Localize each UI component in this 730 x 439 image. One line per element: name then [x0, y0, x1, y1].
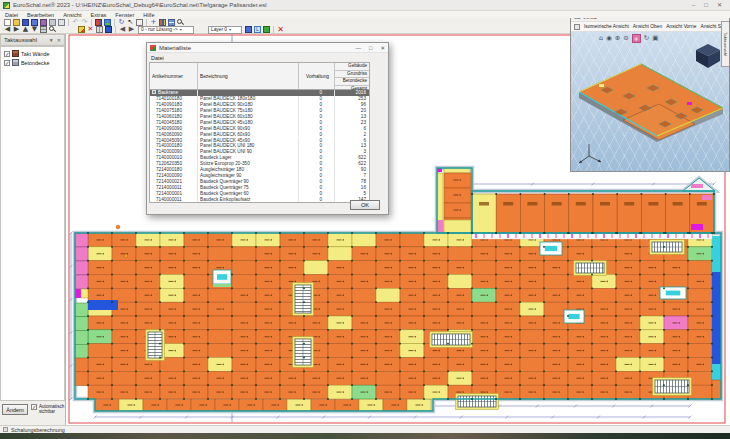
dialog-icon — [150, 45, 156, 51]
tree-item-label: Betondecke — [21, 60, 49, 66]
stairwell — [146, 330, 165, 361]
orbit-icon[interactable]: ◉ — [606, 34, 612, 43]
zoom-window-icon[interactable] — [49, 26, 56, 33]
layer-dropdown[interactable]: Layer 0▾ — [208, 26, 242, 34]
dialog-title: Materialliste — [159, 45, 348, 51]
viewer-menu-ansicht-oben[interactable]: Ansicht Oben — [633, 24, 662, 29]
takt-panel-title: Taktauswahl — [4, 37, 46, 43]
col-bezeichnung[interactable]: Bezeichnung — [198, 63, 299, 89]
scope-label: Gebäude — [335, 63, 369, 71]
col-artikelnummer[interactable]: Artikelnummer — [150, 63, 198, 89]
maximize-icon[interactable]: □ — [704, 0, 708, 11]
arrow-down-icon[interactable]: ▼ — [31, 26, 38, 33]
viewer-menubar: Isometrische AnsichtAnsicht ObenAnsicht … — [571, 22, 729, 32]
arrow-right-icon[interactable]: ▶ — [13, 26, 20, 33]
change-button[interactable]: Ändern — [2, 404, 28, 415]
col-vorhaltung[interactable]: Vorhaltung — [299, 63, 335, 89]
menu-datei[interactable]: Datei — [5, 12, 18, 18]
takt-yellow-icon[interactable] — [78, 26, 85, 33]
viewer-menu-isometrische-ansicht[interactable]: Isometrische Ansicht — [584, 24, 629, 29]
tree-item-takt-w-nde[interactable]: ✓Takt Wände — [1, 49, 64, 58]
undo-icon[interactable]: ↶ — [72, 19, 79, 26]
statusbar: Schalungsberechnung — [0, 425, 730, 433]
material-table-header: Artikelnummer Bezeichnung Vorhaltung Geb… — [150, 63, 369, 90]
menu-ansicht[interactable]: Ansicht — [63, 12, 81, 18]
zoom-icon[interactable] — [177, 19, 184, 26]
application-window: EuroSchal.net® 2023 - U:\HEINZ\EuroSchal… — [0, 0, 730, 439]
takt-tree: ✓Takt Wände✓Betondecke — [0, 46, 65, 401]
move-cross-icon[interactable]: + — [150, 19, 157, 26]
dialog-minimize-icon[interactable]: — — [356, 45, 362, 51]
layer-blue-icon[interactable] — [245, 26, 252, 33]
tree-item-betondecke[interactable]: ✓Betondecke — [1, 58, 64, 67]
menubar: DateiBearbeitenAnsichtExtrasFensterHilfe — [0, 11, 730, 18]
ok-button[interactable]: OK — [350, 200, 380, 210]
stairwell — [293, 337, 314, 368]
viewer-side-tab[interactable]: Taktauswahl — [721, 21, 729, 67]
layer-current-icon[interactable]: L — [254, 26, 261, 33]
layer-visible-icon[interactable] — [263, 26, 270, 33]
print-icon[interactable] — [49, 19, 56, 26]
rotate-icon[interactable]: ↻ — [644, 34, 649, 43]
status-text: Schalungsberechnung — [11, 427, 65, 433]
prev-solution-icon[interactable]: ◀ — [119, 26, 126, 33]
menu-bearbeiten[interactable]: Bearbeiten — [27, 12, 54, 18]
solution-dropdown[interactable]: 0 - nur Lösung ->▾ — [138, 26, 194, 34]
tree-item-label: Takt Wände — [21, 51, 49, 57]
wall-icon — [12, 50, 19, 57]
viewer-grid-icon[interactable] — [574, 24, 580, 30]
menu-fenster[interactable]: Fenster — [115, 12, 134, 18]
print-preview-icon[interactable] — [58, 19, 65, 26]
zoom-in-icon[interactable]: ⊕ — [615, 34, 620, 43]
rect-select-icon[interactable] — [136, 19, 143, 26]
menu-hilfe[interactable]: Hilfe — [143, 12, 154, 18]
zoom-out-icon[interactable]: ⊖ — [623, 34, 628, 43]
viewer-canvas[interactable]: ⌂◉⊕⊖+↻▣ — [571, 32, 729, 171]
pan-icon[interactable]: + — [632, 34, 641, 43]
takt-panel-header[interactable]: Taktauswahl ▼ ✕ — [0, 34, 65, 46]
takt-panel-footer: Ändern ✓ Automatisch sichtbar — [0, 401, 65, 425]
dialog-maximize-icon[interactable]: □ — [369, 45, 372, 51]
panel-grid[interactable] — [75, 233, 721, 411]
chart-icon[interactable] — [104, 19, 111, 26]
pan-grid-icon[interactable] — [40, 26, 47, 33]
grid-plain-icon[interactable] — [96, 26, 103, 33]
menu-extras[interactable]: Extras — [90, 12, 106, 18]
checkbox[interactable]: ✓ — [4, 60, 10, 66]
upper-wing-panels[interactable] — [472, 178, 715, 233]
deck-blue-icon[interactable] — [105, 26, 112, 33]
scope-label: Betondecke — [335, 78, 369, 86]
grid-blue-icon[interactable] — [168, 19, 175, 26]
copy-icon[interactable] — [40, 19, 47, 26]
app-icon — [3, 2, 10, 9]
dialog-titlebar[interactable]: Materialliste — □ ✕ — [147, 43, 388, 53]
checkbox[interactable]: ✓ — [4, 51, 10, 57]
deck-icon — [12, 59, 19, 66]
viewer-menu-ansicht-vorne[interactable]: Ansicht Vorne — [666, 24, 696, 29]
titlebar[interactable]: EuroSchal.net® 2023 - U:\HEINZ\EuroSchal… — [0, 0, 730, 11]
close-view-icon[interactable]: ✕ — [277, 26, 284, 33]
slab-3d-view — [571, 32, 729, 171]
materialliste-dialog[interactable]: Materialliste — □ ✕ Datei Artikelnummer … — [146, 42, 389, 215]
format-brush-icon[interactable] — [95, 19, 102, 26]
fit-icon[interactable]: ▣ — [652, 34, 658, 43]
auto-visible-checkbox[interactable]: ✓ — [31, 404, 37, 410]
redo-icon[interactable]: ↷ — [81, 19, 88, 26]
dimension-line — [94, 416, 692, 419]
home-icon[interactable]: ⌂ — [599, 34, 603, 43]
col-scopes[interactable]: GebäudeGrundrissBetondeckeGesamt — [335, 63, 369, 89]
dialog-close-icon[interactable]: ✕ — [380, 45, 385, 51]
minimize-icon[interactable]: – — [692, 0, 695, 11]
delete-takt-icon[interactable]: ✕ — [87, 26, 94, 33]
stairwell — [456, 394, 499, 410]
dialog-menu-datei[interactable]: Datei — [151, 55, 164, 61]
grid-color-icon[interactable] — [159, 19, 166, 26]
close-icon[interactable]: ✕ — [717, 0, 722, 11]
panel-close-icon[interactable]: ✕ — [57, 37, 61, 43]
arrow-up-icon[interactable]: ▲ — [22, 26, 29, 33]
material-row[interactable]: 7140000011Baudeck Einkopfaufsatz0147 — [150, 197, 369, 203]
next-solution-icon[interactable]: ▶ — [128, 26, 135, 33]
pin-icon[interactable]: ▼ — [49, 37, 54, 43]
arrow-left-icon[interactable]: ◀ — [4, 26, 11, 33]
viewer-3d-window[interactable]: 3D View2 Isometrische AnsichtAnsicht Obe… — [570, 12, 730, 172]
